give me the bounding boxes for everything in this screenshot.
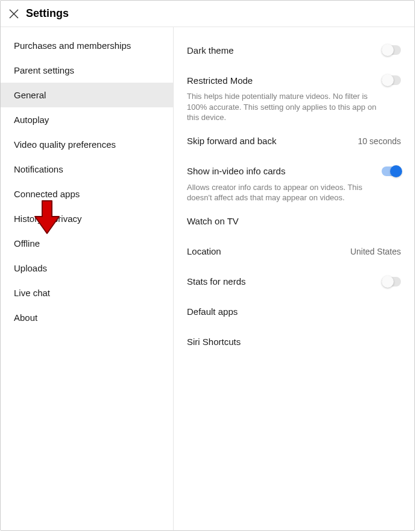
row-siri[interactable]: Siri Shortcuts — [187, 330, 401, 354]
sidebar-item-label: Uploads — [14, 263, 47, 273]
row-watch-on-tv[interactable]: Watch on TV — [187, 209, 401, 233]
row-description: Allows creator info cards to appear on v… — [187, 182, 401, 203]
sidebar-item-uploads[interactable]: Uploads — [1, 256, 173, 280]
row-location[interactable]: Location United States — [187, 239, 401, 264]
setting-info-cards: Show in-video info cards Allows creator … — [187, 159, 401, 203]
row-description: This helps hide potentially mature video… — [187, 91, 401, 123]
header: Settings — [1, 1, 414, 27]
sidebar-item-label: Purchases and memberships — [14, 40, 131, 51]
sidebar-item-notifications[interactable]: Notifications — [1, 157, 173, 182]
sidebar-item-label: Connected apps — [14, 189, 80, 199]
row-info-cards[interactable]: Show in-video info cards — [187, 159, 401, 183]
setting-restricted-mode: Restricted Mode This helps hide potentia… — [187, 68, 401, 123]
setting-watch-on-tv: Watch on TV — [187, 209, 401, 233]
row-label: Default apps — [187, 306, 238, 317]
setting-location: Location United States — [187, 239, 401, 264]
sidebar-item-label: Parent settings — [14, 65, 74, 75]
sidebar-item-connected-apps[interactable]: Connected apps — [1, 182, 173, 206]
row-label: Show in-video info cards — [187, 166, 285, 176]
toggle-dark-theme[interactable] — [382, 45, 401, 55]
page-title: Settings — [26, 7, 69, 20]
sidebar: Purchases and memberships Parent setting… — [1, 27, 174, 530]
setting-skip: Skip forward and back 10 seconds — [187, 129, 401, 153]
main-content: Dark theme Restricted Mode This helps hi… — [174, 27, 414, 530]
sidebar-item-about[interactable]: About — [1, 305, 173, 330]
sidebar-item-general[interactable]: General — [1, 83, 173, 107]
row-dark-theme[interactable]: Dark theme — [187, 38, 401, 62]
row-label: Restricted Mode — [187, 75, 253, 86]
row-restricted-mode[interactable]: Restricted Mode — [187, 68, 401, 92]
row-skip[interactable]: Skip forward and back 10 seconds — [187, 129, 401, 153]
close-icon — [8, 8, 19, 19]
sidebar-item-label: Live chat — [14, 288, 50, 298]
row-label: Stats for nerds — [187, 276, 246, 287]
sidebar-item-history-privacy[interactable]: History & privacy — [1, 206, 173, 231]
sidebar-item-label: General — [14, 90, 46, 100]
row-value: United States — [350, 247, 401, 256]
row-label: Skip forward and back — [187, 136, 276, 146]
row-stats[interactable]: Stats for nerds — [187, 270, 401, 294]
sidebar-item-label: Autoplay — [14, 115, 49, 125]
row-label: Watch on TV — [187, 216, 239, 226]
sidebar-item-parent-settings[interactable]: Parent settings — [1, 58, 173, 83]
setting-stats: Stats for nerds — [187, 270, 401, 294]
sidebar-item-purchases[interactable]: Purchases and memberships — [1, 33, 173, 58]
sidebar-item-label: About — [14, 312, 37, 323]
sidebar-item-offline[interactable]: Offline — [1, 231, 173, 256]
sidebar-item-video-quality[interactable]: Video quality preferences — [1, 132, 173, 157]
sidebar-item-autoplay[interactable]: Autoplay — [1, 107, 173, 132]
toggle-info-cards[interactable] — [382, 166, 401, 176]
setting-dark-theme: Dark theme — [187, 38, 401, 62]
toggle-restricted-mode[interactable] — [382, 75, 401, 85]
settings-window: Settings Purchases and memberships Paren… — [0, 0, 415, 531]
sidebar-item-label: Offline — [14, 238, 40, 249]
close-button[interactable] — [7, 7, 21, 21]
sidebar-item-label: Video quality preferences — [14, 139, 116, 150]
row-value: 10 seconds — [358, 136, 401, 146]
setting-default-apps: Default apps — [187, 300, 401, 324]
row-default-apps[interactable]: Default apps — [187, 300, 401, 324]
sidebar-item-label: Notifications — [14, 164, 63, 174]
sidebar-item-label: History & privacy — [14, 214, 82, 224]
sidebar-item-live-chat[interactable]: Live chat — [1, 280, 173, 305]
row-label: Location — [187, 246, 221, 256]
setting-siri: Siri Shortcuts — [187, 330, 401, 354]
body: Purchases and memberships Parent setting… — [1, 27, 414, 530]
row-label: Dark theme — [187, 45, 234, 55]
toggle-stats[interactable] — [382, 277, 401, 287]
row-label: Siri Shortcuts — [187, 337, 241, 347]
